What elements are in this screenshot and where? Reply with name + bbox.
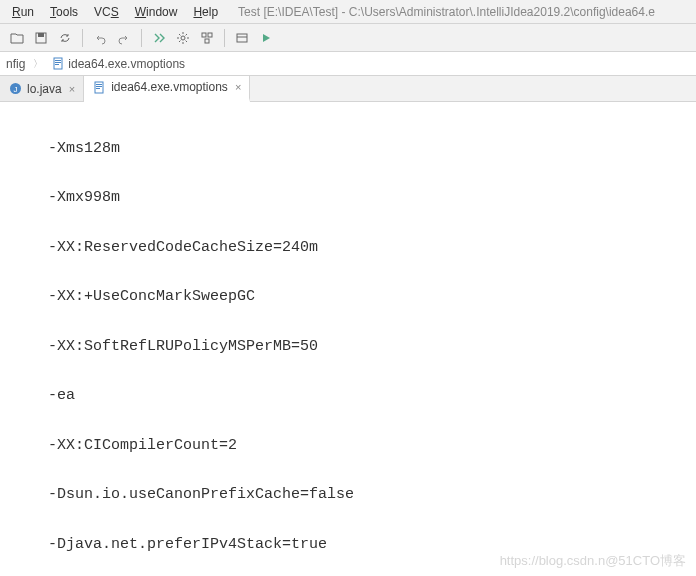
editor-line: -ea: [48, 384, 692, 409]
breadcrumb: nfig 〉 idea64.exe.vmoptions: [0, 52, 696, 76]
menu-vcs[interactable]: VCS: [88, 3, 125, 21]
tab-java-file[interactable]: J lo.java ×: [0, 76, 84, 101]
file-icon: [92, 80, 106, 94]
structure-icon[interactable]: [196, 27, 218, 49]
redo-icon[interactable]: [113, 27, 135, 49]
menu-window[interactable]: Window: [129, 3, 184, 21]
save-icon[interactable]: [30, 27, 52, 49]
toolbar-separator: [82, 29, 83, 47]
chevron-right-icon: 〉: [33, 57, 43, 71]
editor-tabs: J lo.java × idea64.exe.vmoptions ×: [0, 76, 696, 102]
breadcrumb-item[interactable]: idea64.exe.vmoptions: [47, 57, 189, 71]
breadcrumb-label: nfig: [6, 57, 25, 71]
editor-line: -Dsun.io.useCanonPrefixCache=false: [48, 483, 692, 508]
svg-rect-15: [96, 84, 102, 85]
editor-line: -Xms128m: [48, 137, 692, 162]
svg-rect-6: [237, 34, 247, 42]
java-file-icon: J: [8, 82, 22, 96]
open-file-icon[interactable]: [6, 27, 28, 49]
editor-line: -Djava.net.preferIPv4Stack=true: [48, 533, 692, 558]
close-icon[interactable]: ×: [235, 81, 241, 93]
file-icon: [51, 57, 65, 71]
settings-icon[interactable]: [172, 27, 194, 49]
editor-area[interactable]: -Xms128m -Xmx998m -XX:ReservedCodeCacheS…: [0, 102, 696, 576]
svg-rect-11: [55, 64, 59, 65]
editor-line: -XX:ReservedCodeCacheSize=240m: [48, 236, 692, 261]
tab-vmoptions-file[interactable]: idea64.exe.vmoptions ×: [84, 76, 250, 102]
sync-icon[interactable]: [54, 27, 76, 49]
svg-rect-17: [96, 88, 100, 89]
svg-point-2: [181, 36, 185, 40]
build-icon[interactable]: [148, 27, 170, 49]
breadcrumb-item[interactable]: nfig: [2, 57, 29, 71]
svg-rect-8: [54, 58, 62, 69]
tab-label: lo.java: [27, 82, 62, 96]
svg-rect-14: [95, 82, 103, 93]
menu-run[interactable]: Run: [6, 3, 40, 21]
close-icon[interactable]: ×: [69, 83, 75, 95]
svg-rect-3: [202, 33, 206, 37]
svg-rect-1: [38, 33, 44, 37]
toolbar: [0, 24, 696, 52]
svg-rect-10: [55, 62, 61, 63]
svg-rect-16: [96, 86, 102, 87]
editor-line: -XX:CICompilerCount=2: [48, 434, 692, 459]
window-title: Test [E:\IDEA\Test] - C:\Users\Administr…: [238, 5, 655, 19]
menu-bar: Run Tools VCS Window Help Test [E:\IDEA\…: [0, 0, 696, 24]
breadcrumb-label: idea64.exe.vmoptions: [68, 57, 185, 71]
editor-line: -XX:SoftRefLRUPolicyMSPerMB=50: [48, 335, 692, 360]
svg-rect-5: [205, 39, 209, 43]
editor-line: -XX:+UseConcMarkSweepGC: [48, 285, 692, 310]
toolbar-separator: [224, 29, 225, 47]
layout-icon[interactable]: [231, 27, 253, 49]
toolbar-separator: [141, 29, 142, 47]
run-icon[interactable]: [255, 27, 277, 49]
menu-tools[interactable]: Tools: [44, 3, 84, 21]
svg-text:J: J: [13, 85, 17, 94]
undo-icon[interactable]: [89, 27, 111, 49]
tab-label: idea64.exe.vmoptions: [111, 80, 228, 94]
svg-rect-4: [208, 33, 212, 37]
menu-help[interactable]: Help: [187, 3, 224, 21]
svg-rect-9: [55, 60, 61, 61]
editor-line: -Xmx998m: [48, 186, 692, 211]
